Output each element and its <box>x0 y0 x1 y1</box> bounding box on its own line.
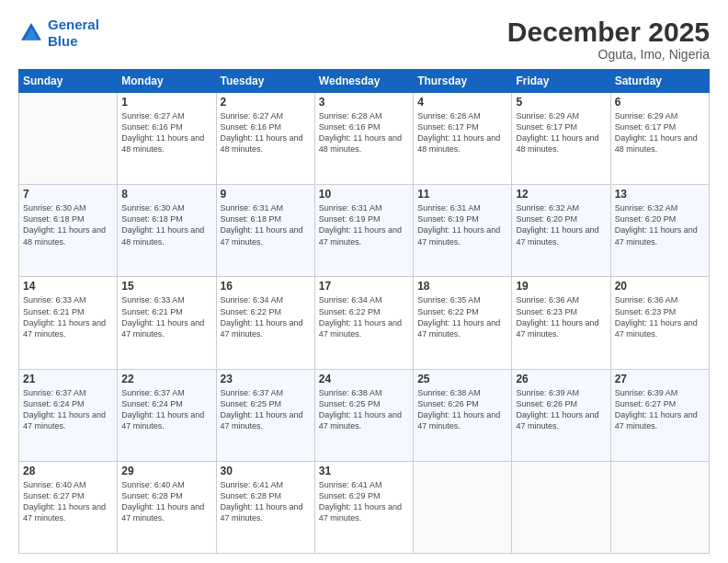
day-number: 21 <box>23 373 113 385</box>
table-row: 1Sunrise: 6:27 AM Sunset: 6:16 PM Daylig… <box>118 93 216 185</box>
day-info: Sunrise: 6:28 AM Sunset: 6:17 PM Dayligh… <box>417 110 507 155</box>
day-info: Sunrise: 6:40 AM Sunset: 6:28 PM Dayligh… <box>121 479 211 524</box>
header-thursday: Thursday <box>414 70 512 93</box>
table-row: 26Sunrise: 6:39 AM Sunset: 6:26 PM Dayli… <box>512 369 610 461</box>
header: General Blue December 2025 Oguta, Imo, N… <box>18 17 710 62</box>
table-row: 10Sunrise: 6:31 AM Sunset: 6:19 PM Dayli… <box>314 185 413 277</box>
day-info: Sunrise: 6:34 AM Sunset: 6:22 PM Dayligh… <box>221 294 311 339</box>
logo: General Blue <box>18 17 99 50</box>
table-row: 27Sunrise: 6:39 AM Sunset: 6:27 PM Dayli… <box>610 369 709 461</box>
calendar-title: December 2025 <box>507 17 710 47</box>
table-row: 6Sunrise: 6:29 AM Sunset: 6:17 PM Daylig… <box>610 93 709 185</box>
table-row: 17Sunrise: 6:34 AM Sunset: 6:22 PM Dayli… <box>314 277 413 369</box>
day-number: 6 <box>615 96 705 109</box>
table-row: 25Sunrise: 6:38 AM Sunset: 6:26 PM Dayli… <box>414 369 512 461</box>
day-number: 28 <box>23 465 113 477</box>
day-info: Sunrise: 6:36 AM Sunset: 6:23 PM Dayligh… <box>615 294 705 339</box>
day-info: Sunrise: 6:33 AM Sunset: 6:21 PM Dayligh… <box>121 294 211 339</box>
header-monday: Monday <box>118 70 216 93</box>
table-row: 30Sunrise: 6:41 AM Sunset: 6:28 PM Dayli… <box>216 461 314 553</box>
logo-text: General Blue <box>48 17 99 50</box>
day-number: 23 <box>221 373 311 385</box>
day-number: 5 <box>516 96 606 109</box>
table-row: 16Sunrise: 6:34 AM Sunset: 6:22 PM Dayli… <box>216 277 314 369</box>
day-info: Sunrise: 6:41 AM Sunset: 6:28 PM Dayligh… <box>221 479 311 524</box>
day-info: Sunrise: 6:39 AM Sunset: 6:27 PM Dayligh… <box>615 387 705 432</box>
table-row: 4Sunrise: 6:28 AM Sunset: 6:17 PM Daylig… <box>414 93 512 185</box>
day-number: 13 <box>615 188 705 201</box>
day-number: 25 <box>417 373 507 385</box>
table-row: 13Sunrise: 6:32 AM Sunset: 6:20 PM Dayli… <box>610 185 709 277</box>
day-number: 11 <box>417 188 507 201</box>
day-number: 24 <box>319 373 409 385</box>
calendar-table: Sunday Monday Tuesday Wednesday Thursday… <box>18 69 710 554</box>
day-info: Sunrise: 6:32 AM Sunset: 6:20 PM Dayligh… <box>615 202 705 247</box>
day-info: Sunrise: 6:37 AM Sunset: 6:24 PM Dayligh… <box>121 387 211 432</box>
table-row: 31Sunrise: 6:41 AM Sunset: 6:29 PM Dayli… <box>314 461 413 553</box>
day-info: Sunrise: 6:31 AM Sunset: 6:19 PM Dayligh… <box>319 202 409 247</box>
day-number: 14 <box>23 280 113 293</box>
table-row: 24Sunrise: 6:38 AM Sunset: 6:25 PM Dayli… <box>314 369 413 461</box>
calendar-week-row: 21Sunrise: 6:37 AM Sunset: 6:24 PM Dayli… <box>19 369 710 461</box>
day-info: Sunrise: 6:40 AM Sunset: 6:27 PM Dayligh… <box>23 479 113 524</box>
day-info: Sunrise: 6:38 AM Sunset: 6:26 PM Dayligh… <box>417 387 507 432</box>
day-number: 16 <box>221 280 311 293</box>
day-info: Sunrise: 6:34 AM Sunset: 6:22 PM Dayligh… <box>319 294 409 339</box>
table-row: 18Sunrise: 6:35 AM Sunset: 6:22 PM Dayli… <box>414 277 512 369</box>
logo-icon <box>18 20 44 46</box>
table-row: 2Sunrise: 6:27 AM Sunset: 6:16 PM Daylig… <box>216 93 314 185</box>
day-number: 12 <box>516 188 606 201</box>
day-info: Sunrise: 6:39 AM Sunset: 6:26 PM Dayligh… <box>516 387 606 432</box>
day-number: 20 <box>615 280 705 293</box>
day-number: 18 <box>417 280 507 293</box>
day-number: 19 <box>516 280 606 293</box>
day-info: Sunrise: 6:37 AM Sunset: 6:24 PM Dayligh… <box>23 387 113 432</box>
day-number: 17 <box>319 280 409 293</box>
table-row <box>414 461 512 553</box>
day-number: 15 <box>121 280 211 293</box>
table-row: 9Sunrise: 6:31 AM Sunset: 6:18 PM Daylig… <box>216 185 314 277</box>
header-saturday: Saturday <box>610 70 709 93</box>
day-info: Sunrise: 6:35 AM Sunset: 6:22 PM Dayligh… <box>417 294 507 339</box>
day-info: Sunrise: 6:28 AM Sunset: 6:16 PM Dayligh… <box>319 110 409 155</box>
table-row: 3Sunrise: 6:28 AM Sunset: 6:16 PM Daylig… <box>314 93 413 185</box>
table-row <box>610 461 709 553</box>
table-row: 22Sunrise: 6:37 AM Sunset: 6:24 PM Dayli… <box>118 369 216 461</box>
day-number: 31 <box>319 465 409 477</box>
day-number: 8 <box>121 188 211 201</box>
day-info: Sunrise: 6:41 AM Sunset: 6:29 PM Dayligh… <box>319 479 409 524</box>
table-row: 28Sunrise: 6:40 AM Sunset: 6:27 PM Dayli… <box>19 461 118 553</box>
day-info: Sunrise: 6:30 AM Sunset: 6:18 PM Dayligh… <box>121 202 211 247</box>
day-number: 29 <box>121 465 211 477</box>
page: General Blue December 2025 Oguta, Imo, N… <box>0 0 728 563</box>
day-number: 26 <box>516 373 606 385</box>
table-row: 21Sunrise: 6:37 AM Sunset: 6:24 PM Dayli… <box>19 369 118 461</box>
day-info: Sunrise: 6:29 AM Sunset: 6:17 PM Dayligh… <box>615 110 705 155</box>
calendar-week-row: 1Sunrise: 6:27 AM Sunset: 6:16 PM Daylig… <box>19 93 710 185</box>
calendar-week-row: 14Sunrise: 6:33 AM Sunset: 6:21 PM Dayli… <box>19 277 710 369</box>
day-info: Sunrise: 6:38 AM Sunset: 6:25 PM Dayligh… <box>319 387 409 432</box>
day-number: 2 <box>221 96 311 109</box>
day-info: Sunrise: 6:33 AM Sunset: 6:21 PM Dayligh… <box>23 294 113 339</box>
header-tuesday: Tuesday <box>216 70 314 93</box>
calendar-week-row: 28Sunrise: 6:40 AM Sunset: 6:27 PM Dayli… <box>19 461 710 553</box>
day-number: 27 <box>615 373 705 385</box>
calendar-header-row: Sunday Monday Tuesday Wednesday Thursday… <box>19 70 710 93</box>
day-info: Sunrise: 6:29 AM Sunset: 6:17 PM Dayligh… <box>516 110 606 155</box>
day-info: Sunrise: 6:31 AM Sunset: 6:19 PM Dayligh… <box>417 202 507 247</box>
header-wednesday: Wednesday <box>314 70 413 93</box>
day-info: Sunrise: 6:31 AM Sunset: 6:18 PM Dayligh… <box>221 202 311 247</box>
calendar-subtitle: Oguta, Imo, Nigeria <box>507 47 710 62</box>
day-number: 10 <box>319 188 409 201</box>
day-info: Sunrise: 6:30 AM Sunset: 6:18 PM Dayligh… <box>23 202 113 247</box>
day-number: 7 <box>23 188 113 201</box>
calendar-week-row: 7Sunrise: 6:30 AM Sunset: 6:18 PM Daylig… <box>19 185 710 277</box>
table-row <box>512 461 610 553</box>
header-sunday: Sunday <box>19 70 118 93</box>
table-row <box>19 93 118 185</box>
table-row: 29Sunrise: 6:40 AM Sunset: 6:28 PM Dayli… <box>118 461 216 553</box>
table-row: 7Sunrise: 6:30 AM Sunset: 6:18 PM Daylig… <box>19 185 118 277</box>
header-friday: Friday <box>512 70 610 93</box>
day-info: Sunrise: 6:37 AM Sunset: 6:25 PM Dayligh… <box>221 387 311 432</box>
table-row: 15Sunrise: 6:33 AM Sunset: 6:21 PM Dayli… <box>118 277 216 369</box>
